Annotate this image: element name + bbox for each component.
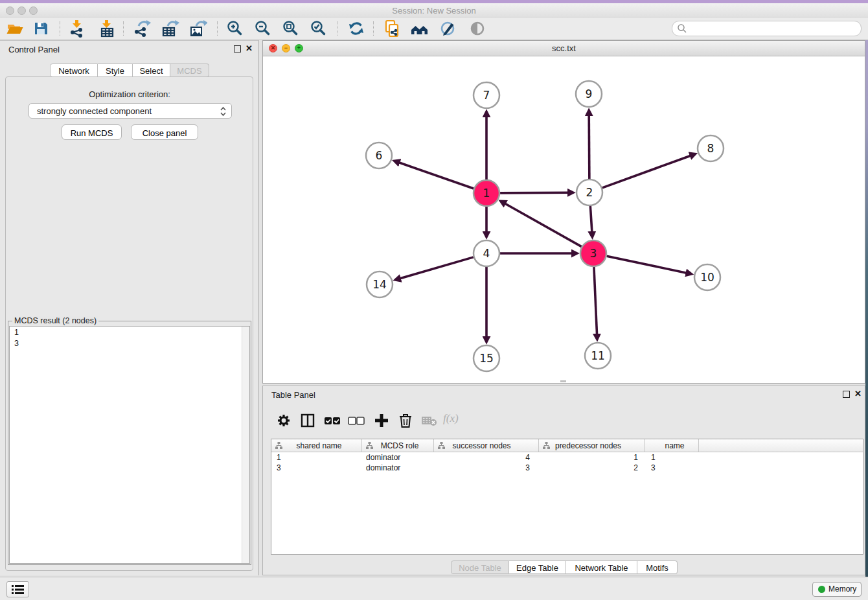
float-panel-icon[interactable] [843,391,850,398]
cell-name: 1 [645,452,699,463]
search-input[interactable] [689,22,857,35]
control-panel-title: Control Panel [8,45,60,54]
tab-edge-table[interactable]: Edge Table [509,560,566,574]
tab-motifs[interactable]: Motifs [637,560,678,574]
run-mcds-button[interactable]: Run MCDS [62,124,122,140]
graph-node-label: 15 [479,352,494,365]
column-header-name[interactable]: name [645,439,699,452]
node-table-header: shared name MCDS role [271,439,863,452]
copy-network-icon[interactable] [382,19,402,38]
graph-node-label: 2 [586,186,593,199]
tab-select[interactable]: Select [133,63,170,77]
network-window-titlebar: ✕ − + scc.txt [263,41,865,56]
toolbar-separator [60,21,60,36]
graph-node-label: 14 [372,278,387,291]
status-bar: Memory [0,577,868,600]
zoom-in-icon[interactable] [225,19,245,38]
float-panel-icon[interactable] [234,45,241,52]
table-panel: Table Panel ✕ [262,386,865,575]
cell-successor-nodes: 3 [434,463,539,473]
export-image-icon[interactable] [188,19,207,38]
task-history-button[interactable] [6,581,29,597]
column-type-icon [366,442,373,449]
import-network-icon[interactable] [67,19,87,38]
zoom-out-icon[interactable] [253,19,273,38]
optimization-criterion-dropdown[interactable]: strongly connected component [29,103,232,119]
tab-mcds[interactable]: MCDS [170,63,209,77]
home-view-icon[interactable] [410,19,429,38]
tab-network-table[interactable]: Network Table [566,560,637,574]
toolbar-separator [217,21,218,36]
table-row[interactable]: 3 dominator 3 2 3 [271,463,863,473]
memory-button[interactable]: Memory [812,582,862,597]
graph-edge-3-1[interactable] [505,203,582,247]
tab-network[interactable]: Network [50,63,98,77]
graph-edge-3-11[interactable] [594,267,597,335]
refresh-layout-icon[interactable] [347,19,366,38]
show-columns-icon[interactable] [298,411,317,430]
network-resize-grip[interactable] [560,380,566,382]
table-row[interactable]: 1 dominator 4 1 1 [271,452,863,463]
table-panel-tabs: Node Table Edge Table Network Table Moti… [451,560,678,574]
graph-edge-3-10[interactable] [607,256,687,273]
cell-shared-name: 3 [271,463,362,473]
search-box[interactable] [672,21,862,36]
cell-mcds-role: dominator [362,463,434,473]
export-table-icon[interactable] [160,19,179,38]
result-scrollbar[interactable] [242,327,249,563]
table-settings-icon[interactable] [274,411,293,430]
toolbar-separator [373,21,374,36]
network-graph[interactable]: 7968124314101511 [263,56,865,383]
column-header-successor-nodes[interactable]: successor nodes [434,439,539,452]
control-panel-header: Control Panel ✕ [0,41,258,58]
memory-status-icon [818,586,825,593]
tab-style[interactable]: Style [98,63,133,77]
graph-edge-4-14[interactable] [400,257,474,279]
toolbar-separator [123,21,124,36]
deselect-all-checkboxes-icon[interactable] [347,411,366,430]
cell-predecessor-nodes: 2 [539,463,645,473]
application-window: Session: New Session [0,0,868,600]
close-panel-button[interactable]: Close panel [131,124,198,140]
column-type-icon [275,442,282,449]
close-panel-icon[interactable]: ✕ [246,43,253,53]
mcds-result-item: 3 [10,338,249,349]
background-window-right-strip [865,3,868,600]
optimization-criterion-label: Optimization criterion: [0,89,259,99]
graph-node-label: 3 [590,247,597,260]
column-header-mcds-role[interactable]: MCDS role [362,439,434,452]
zoom-fit-icon[interactable] [281,19,301,38]
delete-columns-icon[interactable] [396,411,415,430]
graph-edge-2-8[interactable] [602,156,691,188]
tab-node-table[interactable]: Node Table [451,560,509,574]
graph-edge-2-3[interactable] [590,206,592,233]
mcds-result-groupbox: MCDS result (2 nodes) 1 3 [8,321,251,565]
mcds-result-list[interactable]: 1 3 [9,326,250,564]
function-builder-icon: f(x) [443,412,466,425]
show-hide-panel-icon[interactable] [468,19,487,38]
open-session-icon[interactable] [5,19,25,38]
column-header-shared-name[interactable]: shared name [271,439,362,452]
graph-edge-1-6[interactable] [398,163,474,189]
cell-predecessor-nodes: 1 [539,452,645,463]
export-network-icon[interactable] [132,19,152,38]
graph-edge-1-2[interactable] [500,192,569,193]
mcds-result-title: MCDS result (2 nodes) [12,316,98,325]
graph-node-label: 11 [591,349,605,362]
add-column-icon[interactable] [372,411,391,430]
table-panel-header: Table Panel ✕ [263,386,865,403]
graph-node-label: 7 [483,89,490,102]
column-header-predecessor-nodes[interactable]: predecessor nodes [539,439,645,452]
apply-style-icon[interactable] [439,19,458,38]
control-panel: Control Panel ✕ Network Style Select MCD… [0,40,259,575]
zoom-selected-icon[interactable] [309,19,328,38]
graph-edge-2-9[interactable] [589,115,589,179]
close-panel-icon[interactable]: ✕ [854,389,862,398]
control-panel-tabs: Network Style Select MCDS [50,63,209,77]
save-session-icon[interactable] [31,19,51,38]
table-panel-title: Table Panel [271,390,315,400]
import-table-icon[interactable] [97,19,117,38]
select-all-checkboxes-icon[interactable] [323,411,342,430]
graph-node-label: 6 [376,149,383,162]
graph-node-label: 8 [707,142,714,155]
